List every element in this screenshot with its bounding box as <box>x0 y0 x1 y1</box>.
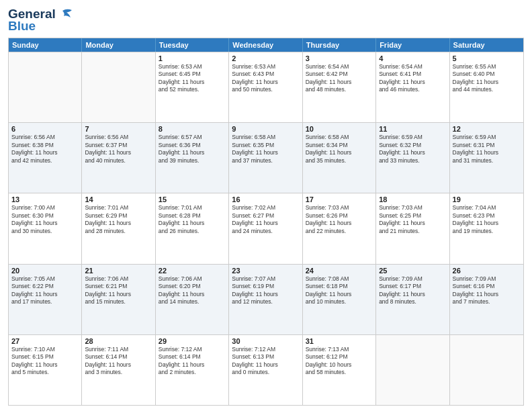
day-cell-9: 9Sunrise: 6:58 AM Sunset: 6:35 PM Daylig… <box>229 123 302 193</box>
day-number: 31 <box>306 337 373 345</box>
day-number: 27 <box>11 337 79 345</box>
day-header-sunday: Sunday <box>9 38 82 52</box>
day-cell-24: 24Sunrise: 7:08 AM Sunset: 6:18 PM Dayli… <box>303 265 376 334</box>
day-info: Sunrise: 7:13 AM Sunset: 6:12 PM Dayligh… <box>306 346 373 377</box>
day-cell-16: 16Sunrise: 7:02 AM Sunset: 6:27 PM Dayli… <box>229 193 302 263</box>
day-info: Sunrise: 6:56 AM Sunset: 6:37 PM Dayligh… <box>85 134 152 165</box>
day-info: Sunrise: 7:08 AM Sunset: 6:18 PM Dayligh… <box>306 275 373 306</box>
day-cell-20: 20Sunrise: 7:05 AM Sunset: 6:22 PM Dayli… <box>9 265 82 334</box>
day-cell-31: 31Sunrise: 7:13 AM Sunset: 6:12 PM Dayli… <box>303 335 376 405</box>
day-number: 28 <box>85 337 152 345</box>
day-cell-15: 15Sunrise: 7:01 AM Sunset: 6:28 PM Dayli… <box>156 193 229 263</box>
day-number: 4 <box>379 54 446 62</box>
day-info: Sunrise: 7:10 AM Sunset: 6:15 PM Dayligh… <box>11 346 79 377</box>
day-cell-25: 25Sunrise: 7:09 AM Sunset: 6:17 PM Dayli… <box>376 265 449 334</box>
empty-day-cell <box>376 335 449 405</box>
day-info: Sunrise: 7:09 AM Sunset: 6:17 PM Dayligh… <box>379 275 446 306</box>
day-info: Sunrise: 6:59 AM Sunset: 6:32 PM Dayligh… <box>379 134 446 165</box>
day-info: Sunrise: 7:07 AM Sunset: 6:19 PM Dayligh… <box>232 275 299 306</box>
header: General Blue <box>8 7 524 34</box>
day-number: 22 <box>159 267 226 275</box>
day-number: 16 <box>232 195 299 203</box>
day-number: 14 <box>85 195 152 203</box>
day-number: 26 <box>453 267 521 275</box>
day-number: 17 <box>306 195 373 203</box>
day-header-tuesday: Tuesday <box>156 38 229 52</box>
day-header-wednesday: Wednesday <box>229 38 302 52</box>
day-cell-14: 14Sunrise: 7:01 AM Sunset: 6:29 PM Dayli… <box>82 193 155 263</box>
day-cell-27: 27Sunrise: 7:10 AM Sunset: 6:15 PM Dayli… <box>9 335 82 405</box>
day-header-friday: Friday <box>376 38 449 52</box>
day-number: 23 <box>232 267 299 275</box>
day-info: Sunrise: 6:56 AM Sunset: 6:38 PM Dayligh… <box>11 134 79 165</box>
day-cell-12: 12Sunrise: 6:59 AM Sunset: 6:31 PM Dayli… <box>450 123 523 193</box>
week-row-4: 20Sunrise: 7:05 AM Sunset: 6:22 PM Dayli… <box>9 264 523 334</box>
day-header-monday: Monday <box>82 38 155 52</box>
day-headers: SundayMondayTuesdayWednesdayThursdayFrid… <box>9 38 523 52</box>
day-number: 24 <box>306 267 373 275</box>
day-info: Sunrise: 7:02 AM Sunset: 6:27 PM Dayligh… <box>232 204 299 235</box>
day-cell-30: 30Sunrise: 7:12 AM Sunset: 6:13 PM Dayli… <box>229 335 302 405</box>
day-number: 9 <box>232 125 299 133</box>
day-info: Sunrise: 6:58 AM Sunset: 6:35 PM Dayligh… <box>232 134 299 165</box>
day-info: Sunrise: 6:53 AM Sunset: 6:45 PM Dayligh… <box>159 63 226 94</box>
day-info: Sunrise: 7:09 AM Sunset: 6:16 PM Dayligh… <box>453 275 521 306</box>
day-cell-7: 7Sunrise: 6:56 AM Sunset: 6:37 PM Daylig… <box>82 123 155 193</box>
day-cell-18: 18Sunrise: 7:03 AM Sunset: 6:25 PM Dayli… <box>376 193 449 263</box>
day-info: Sunrise: 7:05 AM Sunset: 6:22 PM Dayligh… <box>11 275 79 306</box>
day-number: 19 <box>453 195 521 203</box>
day-info: Sunrise: 7:12 AM Sunset: 6:14 PM Dayligh… <box>159 346 226 377</box>
day-cell-23: 23Sunrise: 7:07 AM Sunset: 6:19 PM Dayli… <box>229 265 302 334</box>
logo: General Blue <box>8 7 72 34</box>
day-info: Sunrise: 7:03 AM Sunset: 6:26 PM Dayligh… <box>306 204 373 235</box>
day-info: Sunrise: 6:55 AM Sunset: 6:40 PM Dayligh… <box>453 63 521 94</box>
day-cell-4: 4Sunrise: 6:54 AM Sunset: 6:41 PM Daylig… <box>376 52 449 122</box>
day-info: Sunrise: 7:03 AM Sunset: 6:25 PM Dayligh… <box>379 204 446 235</box>
day-info: Sunrise: 7:12 AM Sunset: 6:13 PM Dayligh… <box>232 346 299 377</box>
day-info: Sunrise: 7:01 AM Sunset: 6:29 PM Dayligh… <box>85 204 152 235</box>
day-number: 18 <box>379 195 446 203</box>
day-cell-8: 8Sunrise: 6:57 AM Sunset: 6:36 PM Daylig… <box>156 123 229 193</box>
day-info: Sunrise: 7:11 AM Sunset: 6:14 PM Dayligh… <box>85 346 152 377</box>
day-number: 6 <box>11 125 79 133</box>
day-cell-21: 21Sunrise: 7:06 AM Sunset: 6:21 PM Dayli… <box>82 265 155 334</box>
day-number: 11 <box>379 125 446 133</box>
day-number: 13 <box>11 195 79 203</box>
weeks: 1Sunrise: 6:53 AM Sunset: 6:45 PM Daylig… <box>9 52 523 405</box>
day-number: 5 <box>453 54 521 62</box>
empty-day-cell <box>450 335 523 405</box>
day-number: 1 <box>159 54 226 62</box>
day-cell-2: 2Sunrise: 6:53 AM Sunset: 6:43 PM Daylig… <box>229 52 302 122</box>
day-number: 30 <box>232 337 299 345</box>
day-number: 7 <box>85 125 152 133</box>
day-cell-28: 28Sunrise: 7:11 AM Sunset: 6:14 PM Dayli… <box>82 335 155 405</box>
day-number: 20 <box>11 267 79 275</box>
empty-day-cell <box>82 52 155 122</box>
day-info: Sunrise: 7:04 AM Sunset: 6:23 PM Dayligh… <box>453 204 521 235</box>
day-header-saturday: Saturday <box>450 38 523 52</box>
logo-blue: Blue <box>8 19 36 34</box>
day-number: 10 <box>306 125 373 133</box>
day-info: Sunrise: 7:00 AM Sunset: 6:30 PM Dayligh… <box>11 204 79 235</box>
week-row-3: 13Sunrise: 7:00 AM Sunset: 6:30 PM Dayli… <box>9 193 523 263</box>
day-cell-13: 13Sunrise: 7:00 AM Sunset: 6:30 PM Dayli… <box>9 193 82 263</box>
day-info: Sunrise: 7:01 AM Sunset: 6:28 PM Dayligh… <box>159 204 226 235</box>
day-number: 2 <box>232 54 299 62</box>
day-info: Sunrise: 6:58 AM Sunset: 6:34 PM Dayligh… <box>306 134 373 165</box>
day-cell-22: 22Sunrise: 7:06 AM Sunset: 6:20 PM Dayli… <box>156 265 229 334</box>
week-row-5: 27Sunrise: 7:10 AM Sunset: 6:15 PM Dayli… <box>9 334 523 405</box>
week-row-1: 1Sunrise: 6:53 AM Sunset: 6:45 PM Daylig… <box>9 52 523 122</box>
day-cell-26: 26Sunrise: 7:09 AM Sunset: 6:16 PM Dayli… <box>450 265 523 334</box>
day-number: 12 <box>453 125 521 133</box>
day-header-thursday: Thursday <box>303 38 376 52</box>
day-cell-5: 5Sunrise: 6:55 AM Sunset: 6:40 PM Daylig… <box>450 52 523 122</box>
day-info: Sunrise: 7:06 AM Sunset: 6:20 PM Dayligh… <box>159 275 226 306</box>
day-cell-10: 10Sunrise: 6:58 AM Sunset: 6:34 PM Dayli… <box>303 123 376 193</box>
day-cell-3: 3Sunrise: 6:54 AM Sunset: 6:42 PM Daylig… <box>303 52 376 122</box>
day-number: 15 <box>159 195 226 203</box>
day-cell-1: 1Sunrise: 6:53 AM Sunset: 6:45 PM Daylig… <box>156 52 229 122</box>
day-info: Sunrise: 7:06 AM Sunset: 6:21 PM Dayligh… <box>85 275 152 306</box>
day-cell-17: 17Sunrise: 7:03 AM Sunset: 6:26 PM Dayli… <box>303 193 376 263</box>
day-number: 21 <box>85 267 152 275</box>
day-info: Sunrise: 6:57 AM Sunset: 6:36 PM Dayligh… <box>159 134 226 165</box>
